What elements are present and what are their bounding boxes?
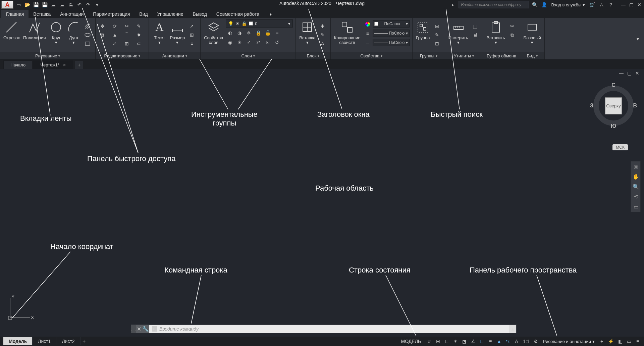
layer-match-icon[interactable]: ≡ [273,29,281,37]
tool-insert-block[interactable]: Вставка▾ [299,19,316,46]
ribbon-tab-parametric[interactable]: Параметризация [88,10,135,18]
layout-add-button[interactable]: + [80,338,88,344]
scale-combo[interactable]: 1:1 [522,338,531,345]
cmdline-handle-icon[interactable]: ⋮⋮ [131,325,136,333]
tool-layerprops[interactable]: Свойства слоя [203,19,224,46]
block-edit-icon[interactable]: ✎ [318,31,327,39]
nav-orbit-icon[interactable]: ⟲ [631,192,641,202]
qat-redo-icon[interactable]: ↷ [85,1,92,8]
viewcube-east[interactable]: В [633,103,637,109]
cmdline-options-icon[interactable]: 🔧 [142,326,149,332]
cmdline-history-icon[interactable]: ▴ [509,325,516,333]
layer-walk-icon[interactable]: ⇄ [254,38,263,46]
layer-off-icon[interactable]: ◐ [226,29,234,37]
qat-saveas-icon[interactable]: 💾 [41,1,48,8]
login-button[interactable]: Вход в службы ▾ [550,2,586,7]
viewcube-north[interactable]: С [611,82,615,88]
tool-arc[interactable]: Дуга▾ [66,19,81,46]
ribbon-minimize-icon[interactable]: ▾ [633,35,642,43]
tool-text[interactable]: A Текст▾ [152,19,167,46]
layout-tab-sheet2[interactable]: Лист2 [56,337,80,345]
gear-icon[interactable]: ⚙ [532,338,540,345]
ltype-btn[interactable]: ─ [363,39,372,47]
search-input[interactable]: Введите ключевое слово/фразу [459,1,529,8]
ribbon-tab-collaborate[interactable]: Совместная работа [212,10,264,18]
grid-icon[interactable]: # [426,338,433,345]
block-create-icon[interactable]: ✚ [318,22,327,30]
nav-zoom-extents-icon[interactable]: 🔍 [631,182,641,192]
osnap-icon[interactable]: □ [478,338,485,345]
layer-iso-icon[interactable]: ◑ [235,29,244,37]
panel-edit-footer[interactable]: Редактирование ▾ [96,52,149,59]
qat-undo-icon[interactable]: ↶ [76,1,83,8]
scale-icon[interactable]: ⤢ [110,40,119,48]
panel-block-footer[interactable]: Блок ▾ [296,52,330,59]
ribbon-tab-home[interactable]: Главная [1,10,29,18]
wcs-badge[interactable]: МСК [612,144,628,150]
ribbon-tab-output[interactable]: Вывод [188,10,212,18]
file-tab-add-button[interactable]: + [75,61,83,69]
mirror-icon[interactable]: ▲ [110,31,119,39]
panel-props-footer[interactable]: Свойства ▾ [331,52,412,59]
dwg-maximize-icon[interactable]: ▢ [626,70,633,77]
help-icon[interactable]: ? [607,1,614,8]
user-icon[interactable]: 👤 [540,1,548,8]
color-combo[interactable]: ПоСлою ▾ [373,20,410,28]
panel-clipboard-footer[interactable]: Буфер обмена [483,52,520,59]
polar-icon[interactable]: ✶ [452,338,459,345]
panel-annot-footer[interactable]: Аннотации ▾ [149,52,200,59]
ribbon-tab-insert[interactable]: Вставка [29,10,55,18]
color-btn[interactable] [363,20,372,28]
table-icon[interactable]: ⊞ [187,31,196,39]
group-edit-icon[interactable]: ✎ [433,31,441,39]
tool-polyline[interactable]: Полилиния [22,19,46,41]
block-attr-icon[interactable]: A [318,40,327,48]
nav-showmotion-icon[interactable]: ▭ [631,202,641,212]
dwg-minimize-icon[interactable]: — [618,70,625,77]
group-bbox-icon[interactable]: ⊡ [433,40,441,48]
app-exchange-icon[interactable]: 🛒 [588,1,596,8]
array-icon[interactable]: ⊞ [122,40,131,48]
tool-baseview[interactable]: Базовый▾ [523,19,542,46]
drawing-canvas[interactable] [0,69,644,337]
tool-group[interactable]: Группа [415,19,431,41]
maximize-icon[interactable]: ▢ [628,1,635,8]
cut-icon[interactable]: ✂ [508,22,517,30]
file-tab-start[interactable]: Начало [3,60,33,69]
model-space-label[interactable]: МОДЕЛЬ [398,338,424,345]
viewcube-south[interactable]: Ю [611,123,616,129]
panel-view-footer[interactable]: Вид ▾ [520,52,544,59]
fullscreen-add-icon[interactable]: + [598,338,605,345]
osnap-track-icon[interactable]: ∠ [469,338,477,345]
ribbon-tab-annotate[interactable]: Аннотации [55,10,88,18]
layer-cur-icon[interactable]: ✓ [245,38,253,46]
leader-icon[interactable]: ↗ [187,22,196,30]
ribbon-tab-extra[interactable]: ⏵ [264,10,278,18]
tool-measure[interactable]: Измерить▾ [448,19,469,46]
tool-line[interactable]: Отрезок [3,19,20,41]
viewcube-west[interactable]: З [590,103,593,109]
close-icon[interactable]: ✕ [63,63,66,67]
select-icon[interactable]: ⬚ [471,22,480,30]
layer-state-icon[interactable]: ⊡ [263,38,272,46]
qat-cloud-save-icon[interactable]: ☁ [58,1,66,8]
layout-tab-sheet1[interactable]: Лист1 [33,337,56,345]
isolate-icon[interactable]: ◧ [616,338,624,345]
isoplane-icon[interactable]: ⬔ [461,338,468,345]
hatch-icon[interactable] [83,22,92,30]
qat-cloud-open-icon[interactable]: ☁ [50,1,57,8]
lweight-combo[interactable]: ПоСлою ▾ [373,30,410,37]
workspace-combo[interactable]: Рисование и аннотации ▾ [541,339,597,344]
search-expand-icon[interactable]: ▸ [449,1,457,8]
ucs-icon[interactable]: Y X [7,294,34,323]
app-menu-icon[interactable]: A [1,1,13,9]
ortho-icon[interactable]: ∟ [443,338,450,345]
qat-dropdown-icon[interactable]: ▾ [93,1,101,8]
cleanscreen-icon[interactable]: ▭ [625,338,633,345]
calc-icon[interactable]: 🖩 [471,31,480,39]
dwg-close-icon[interactable]: ✕ [634,70,641,77]
cmdline-close-icon[interactable]: ✕ [136,326,142,332]
rotate-icon[interactable]: ⟳ [110,22,119,30]
erase-icon[interactable]: ✎ [135,22,143,30]
rectangle-icon[interactable] [83,40,92,48]
